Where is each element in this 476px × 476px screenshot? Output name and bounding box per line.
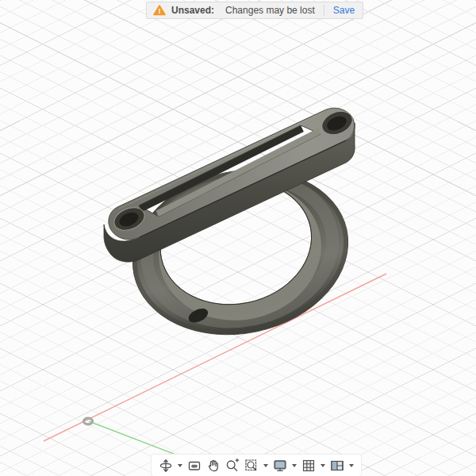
fit-dropdown-caret[interactable] bbox=[263, 464, 268, 467]
warning-icon: ! bbox=[153, 5, 166, 16]
viewports-dropdown-caret[interactable] bbox=[349, 464, 354, 467]
svg-text:!: ! bbox=[159, 7, 161, 15]
look-at-icon[interactable] bbox=[186, 458, 202, 474]
save-button[interactable]: Save bbox=[333, 5, 355, 16]
fit-icon[interactable] bbox=[244, 458, 259, 474]
grid-and-snaps-icon[interactable] bbox=[301, 458, 317, 474]
grid-and-snaps-dropdown-caret[interactable] bbox=[321, 464, 325, 467]
unsaved-notification-bar: ! Unsaved: Changes may be lost Save bbox=[146, 2, 363, 19]
unsaved-label: Unsaved: bbox=[171, 5, 214, 16]
ring-bracket-model[interactable] bbox=[104, 107, 363, 355]
zoom-icon[interactable] bbox=[225, 458, 240, 474]
notification-divider bbox=[324, 5, 324, 16]
display-settings-dropdown-caret[interactable] bbox=[292, 464, 297, 467]
orbit-dropdown-caret[interactable] bbox=[178, 464, 182, 467]
orbit-icon[interactable] bbox=[158, 458, 174, 474]
display-settings-icon[interactable] bbox=[272, 458, 288, 474]
viewports-icon[interactable] bbox=[329, 458, 345, 474]
x-axis-line bbox=[44, 274, 386, 441]
navigation-toolbar bbox=[152, 455, 361, 476]
viewport-canvas[interactable] bbox=[0, 0, 476, 476]
pan-icon[interactable] bbox=[205, 458, 221, 474]
unsaved-message: Changes may be lost bbox=[225, 5, 315, 16]
